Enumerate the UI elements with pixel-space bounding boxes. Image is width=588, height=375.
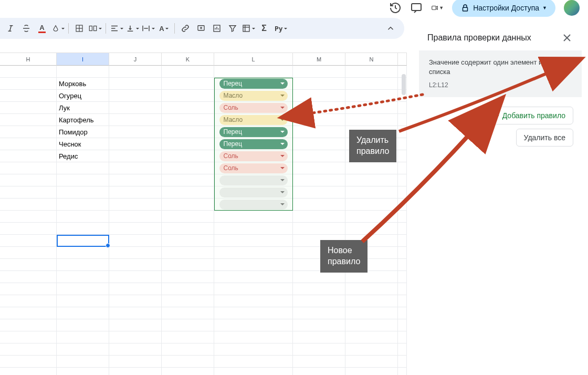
cell[interactable] [293, 174, 345, 186]
cell[interactable] [0, 199, 57, 211]
cell[interactable] [109, 162, 162, 174]
close-icon[interactable] [561, 32, 573, 44]
cell[interactable] [293, 102, 345, 114]
cell[interactable] [109, 331, 162, 343]
cell[interactable]: Лук [57, 102, 109, 114]
dropdown-chip[interactable]: Соль [219, 151, 288, 161]
cell[interactable] [214, 199, 293, 211]
cell[interactable] [162, 211, 214, 223]
dropdown-chip[interactable]: Масло [219, 91, 288, 101]
cell[interactable] [57, 162, 109, 174]
cell[interactable] [57, 356, 109, 368]
cell[interactable] [214, 307, 293, 319]
cell[interactable] [214, 271, 293, 283]
cell[interactable] [0, 295, 57, 307]
cell[interactable] [345, 295, 398, 307]
cell[interactable] [293, 307, 345, 319]
avatar[interactable] [564, 0, 580, 16]
cell[interactable] [0, 126, 57, 138]
cell[interactable] [293, 126, 345, 138]
cell[interactable] [0, 174, 57, 186]
cell[interactable] [0, 319, 57, 331]
cell[interactable] [162, 283, 214, 295]
cell[interactable] [162, 199, 214, 211]
cell[interactable] [345, 90, 398, 102]
cell[interactable] [293, 138, 345, 150]
dropdown-chip[interactable]: Масло [219, 115, 288, 125]
cell[interactable] [345, 356, 398, 368]
cell[interactable] [214, 174, 293, 186]
cell[interactable] [214, 283, 293, 295]
cell[interactable] [57, 271, 109, 283]
cell[interactable] [57, 211, 109, 223]
cell[interactable] [162, 114, 214, 126]
cell[interactable] [345, 78, 398, 90]
cell[interactable] [0, 307, 57, 319]
cell[interactable] [293, 271, 345, 283]
spreadsheet[interactable]: H I J K L M N МорковьПерецОгурецМаслоЛук… [0, 53, 407, 375]
cell[interactable] [214, 247, 293, 259]
cell[interactable] [214, 368, 293, 375]
rule-card[interactable]: Значение содержит один элемент из списка… [419, 50, 582, 97]
cell[interactable] [109, 356, 162, 368]
cell[interactable] [214, 235, 293, 247]
cell[interactable] [109, 271, 162, 283]
trash-icon[interactable] [562, 61, 573, 72]
cell[interactable]: Масло [214, 90, 293, 102]
dropdown-chip[interactable]: Перец [219, 79, 288, 89]
cell[interactable] [0, 259, 57, 271]
cell[interactable] [0, 114, 57, 126]
cell[interactable] [345, 102, 398, 114]
cell[interactable] [162, 356, 214, 368]
cell[interactable] [109, 368, 162, 375]
cell[interactable] [162, 343, 214, 356]
cell[interactable] [57, 319, 109, 331]
cell[interactable] [57, 174, 109, 186]
cell[interactable] [345, 223, 398, 235]
cell[interactable] [57, 66, 109, 78]
cell[interactable] [57, 186, 109, 199]
cell[interactable] [57, 247, 109, 259]
fill-color-button[interactable] [50, 21, 65, 36]
cell[interactable] [109, 90, 162, 102]
cell[interactable] [293, 186, 345, 199]
dropdown-chip[interactable] [219, 200, 288, 210]
italic-button[interactable] [3, 21, 18, 36]
cell[interactable] [293, 199, 345, 211]
cell[interactable]: Перец [214, 138, 293, 150]
cell[interactable] [162, 126, 214, 138]
col-header[interactable]: K [162, 53, 214, 66]
cell[interactable] [345, 368, 398, 375]
cell[interactable] [109, 223, 162, 235]
cell[interactable] [0, 271, 57, 283]
comment-button[interactable] [194, 21, 208, 36]
filter-button[interactable] [225, 21, 240, 36]
cell[interactable] [109, 126, 162, 138]
col-header[interactable]: N [345, 53, 398, 66]
cell[interactable]: Соль [214, 162, 293, 174]
cell[interactable]: Масло [214, 114, 293, 126]
cell[interactable] [214, 223, 293, 235]
cell[interactable] [162, 307, 214, 319]
dropdown-chip[interactable]: Соль [219, 163, 288, 173]
cell[interactable] [109, 307, 162, 319]
cell[interactable] [345, 271, 398, 283]
history-icon[interactable] [389, 2, 402, 14]
borders-button[interactable] [72, 21, 87, 36]
add-rule-button[interactable]: +Добавить правило [487, 107, 573, 124]
cell[interactable] [109, 295, 162, 307]
filter-views-button[interactable] [241, 21, 256, 36]
cell[interactable] [293, 90, 345, 102]
cell[interactable] [0, 343, 57, 356]
cell[interactable] [345, 307, 398, 319]
cell[interactable] [0, 138, 57, 150]
cell[interactable] [162, 150, 214, 162]
share-button[interactable]: Настройки Доступа ▼ [452, 0, 555, 17]
cell[interactable] [57, 307, 109, 319]
cell[interactable] [345, 283, 398, 295]
cell[interactable] [162, 259, 214, 271]
halign-button[interactable] [109, 21, 124, 36]
cell[interactable] [345, 343, 398, 356]
vscrollbar[interactable] [401, 53, 406, 375]
meet-icon[interactable]: ▼ [431, 2, 444, 14]
